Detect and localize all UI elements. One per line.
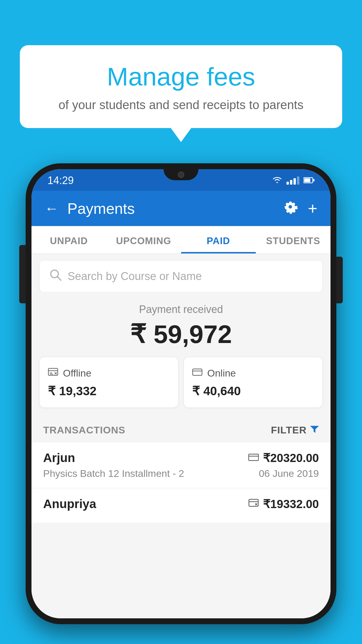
- transaction-amount-2: ₹19332.00: [263, 497, 319, 511]
- online-icon: [192, 367, 203, 380]
- tab-students[interactable]: STUDENTS: [256, 226, 331, 253]
- svg-line-4: [57, 277, 61, 280]
- payment-cards: Offline ₹ 19,332: [31, 357, 331, 416]
- filter-label: FILTER: [271, 424, 307, 436]
- svg-marker-13: [310, 426, 319, 433]
- svg-rect-11: [193, 369, 202, 375]
- app-bar-title: Payments: [67, 200, 135, 217]
- tab-upcoming[interactable]: UPCOMING: [106, 226, 181, 253]
- transaction-row[interactable]: Arjun ₹20320.00: [31, 442, 331, 488]
- phone-container: 14:29: [26, 163, 336, 644]
- offline-amount: ₹ 19,332: [48, 384, 170, 398]
- search-icon: [49, 268, 62, 284]
- app-bar-right: +: [283, 199, 317, 218]
- tabs-container: UNPAID UPCOMING PAID STUDENTS: [31, 226, 331, 254]
- transaction-amount: ₹20320.00: [263, 451, 319, 465]
- status-icons: [272, 176, 314, 186]
- transaction-name: Arjun: [43, 451, 75, 465]
- payment-received-section: Payment received ₹ 59,972: [31, 292, 331, 357]
- signal-bars-icon: [287, 176, 299, 185]
- online-card: Online ₹ 40,640: [184, 357, 322, 407]
- app-bar: ← Payments +: [31, 191, 331, 226]
- phone-notch: [164, 169, 198, 180]
- search-bar[interactable]: Search by Course or Name: [40, 261, 322, 292]
- transaction-row-top-2: Anupriya ₹193: [43, 497, 319, 511]
- transaction-offline-icon: [248, 498, 259, 510]
- svg-rect-2: [313, 179, 314, 181]
- offline-icon: [48, 367, 58, 380]
- transaction-date: 06 June 2019: [259, 468, 319, 479]
- filter-button[interactable]: FILTER: [271, 424, 319, 436]
- app-bar-left: ← Payments: [45, 200, 135, 217]
- transactions-label: TRANSACTIONS: [43, 424, 125, 436]
- online-label: Online: [207, 368, 236, 379]
- online-amount: ₹ 40,640: [192, 384, 314, 398]
- online-card-header: Online: [192, 367, 314, 380]
- speech-bubble: Manage fees of your students and send re…: [20, 45, 342, 128]
- speech-bubble-container: Manage fees of your students and send re…: [20, 45, 342, 128]
- filter-icon: [310, 424, 319, 436]
- settings-icon[interactable]: [283, 200, 298, 218]
- add-button[interactable]: +: [308, 199, 317, 218]
- offline-card: Offline ₹ 19,332: [40, 357, 178, 407]
- transaction-card-icon: [248, 452, 259, 464]
- transaction-amount-row: ₹20320.00: [248, 451, 319, 465]
- payment-amount: ₹ 59,972: [40, 319, 322, 349]
- offline-card-header: Offline: [48, 367, 170, 380]
- payment-received-label: Payment received: [40, 303, 322, 316]
- transactions-header: TRANSACTIONS FILTER: [31, 416, 331, 442]
- svg-rect-1: [304, 178, 310, 182]
- bubble-title: Manage fees: [43, 63, 319, 91]
- status-time: 14:29: [48, 174, 74, 187]
- phone-outer: 14:29: [26, 163, 336, 624]
- svg-rect-14: [249, 454, 259, 461]
- offline-label: Offline: [63, 368, 92, 379]
- phone-screen: 14:29: [31, 169, 331, 618]
- transaction-amount-row-2: ₹19332.00: [248, 497, 319, 511]
- transaction-row-top: Arjun ₹20320.00: [43, 451, 319, 465]
- battery-icon: [303, 176, 314, 186]
- content-area: Search by Course or Name Payment receive…: [31, 254, 331, 618]
- back-button[interactable]: ←: [45, 200, 59, 216]
- transaction-detail: Physics Batch 12 Installment - 2: [43, 468, 184, 479]
- transaction-row[interactable]: Anupriya ₹193: [31, 488, 331, 523]
- transaction-name-2: Anupriya: [43, 497, 96, 511]
- tab-unpaid[interactable]: UNPAID: [31, 226, 106, 253]
- bubble-subtitle: of your students and send receipts to pa…: [43, 98, 319, 112]
- tab-paid[interactable]: PAID: [181, 226, 256, 253]
- search-placeholder: Search by Course or Name: [68, 270, 202, 283]
- transaction-row-bottom: Physics Batch 12 Installment - 2 06 June…: [43, 468, 319, 479]
- camera-dot: [178, 172, 184, 178]
- wifi-icon: [272, 176, 282, 186]
